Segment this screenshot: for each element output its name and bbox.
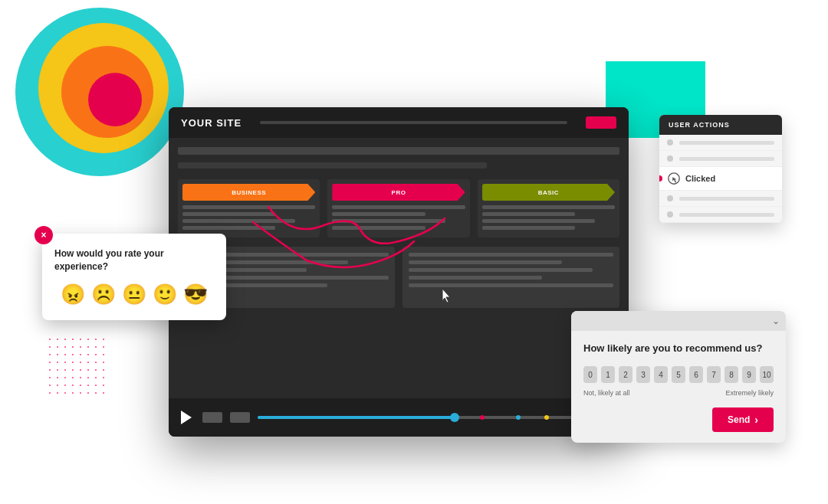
nps-widget: ⌄ How likely are you to recommend us? 0 … [571, 311, 786, 443]
nps-labels: Not, likely at all Extremely likely [583, 389, 774, 397]
skip-back-button[interactable] [202, 412, 222, 423]
action-dot-3 [667, 195, 673, 201]
action-dot-1 [667, 139, 673, 146]
action-dot-2 [667, 155, 673, 162]
nps-numbers: 0 1 2 3 4 5 6 7 8 9 10 [583, 366, 774, 383]
nps-body: How likely are you to recommend us? 0 1 … [571, 331, 786, 443]
action-item-2 [659, 151, 782, 167]
action-clicked-dot [659, 175, 662, 182]
pricing-card-pro[interactable]: PRO [327, 179, 469, 237]
rating-emoji-1[interactable]: 😠 [61, 283, 85, 306]
action-item-4 [659, 207, 782, 223]
skip-forward-button[interactable] [230, 412, 250, 423]
click-icon [667, 172, 681, 185]
rating-emoji-2[interactable]: ☹️ [91, 283, 116, 306]
nps-0[interactable]: 0 [583, 366, 597, 383]
nps-question: How likely are you to recommend us? [583, 342, 774, 355]
nps-5[interactable]: 5 [672, 366, 685, 383]
rating-emojis: 😠 ☹️ 😐 🙂 😎 [54, 283, 214, 306]
rating-widget: × How would you rate your experience? 😠 … [42, 234, 226, 320]
action-dot-4 [667, 211, 673, 218]
nps-10[interactable]: 10 [760, 366, 774, 383]
nps-label-right: Extremely likely [725, 389, 774, 397]
progress-fill [258, 416, 455, 419]
pricing-card-basic[interactable]: BASIC [478, 179, 619, 237]
browser-url-bar [260, 121, 567, 124]
chevron-down-icon[interactable]: ⌄ [772, 316, 780, 326]
marker-red [480, 415, 485, 420]
pricing-card-business[interactable]: BUSINESS [178, 179, 320, 237]
browser-titlebar: YOUR SITE [169, 107, 629, 138]
nav-bar-2 [178, 162, 487, 169]
browser-title: YOUR SITE [181, 117, 242, 129]
nps-1[interactable]: 1 [601, 366, 615, 383]
nav-bar-1 [178, 147, 619, 155]
rating-emoji-5[interactable]: 😎 [183, 283, 208, 306]
bottom-block-2 [402, 247, 619, 308]
play-button[interactable] [181, 411, 195, 424]
pricing-header-business: BUSINESS [182, 184, 315, 201]
clicked-text: Clicked [685, 174, 715, 183]
progress-indicator [450, 413, 459, 422]
bg-circle-red [88, 73, 142, 126]
action-line-3 [679, 197, 774, 201]
action-line-4 [679, 213, 774, 217]
action-item-1 [659, 135, 782, 151]
pricing-header-basic: BASIC [482, 184, 615, 201]
pricing-header-pro: PRO [332, 184, 465, 201]
nps-collapse-bar: ⌄ [571, 311, 786, 331]
rating-close-button[interactable]: × [34, 226, 53, 244]
action-line-1 [679, 141, 774, 145]
progress-bar[interactable] [258, 416, 616, 419]
send-arrow-icon: › [754, 414, 758, 426]
user-actions-header: USER ACTIONS [659, 115, 782, 135]
nps-2[interactable]: 2 [619, 366, 632, 383]
rating-question: How would you rate your experience? [54, 247, 214, 273]
video-controls [169, 398, 629, 437]
browser-action-button[interactable] [586, 116, 616, 129]
nps-4[interactable]: 4 [654, 366, 668, 383]
action-clicked-item: Clicked [659, 167, 782, 191]
browser-window: YOUR SITE BUSINESS PRO [169, 107, 629, 437]
browser-content: BUSINESS PRO BASIC [169, 138, 629, 317]
pricing-area: BUSINESS PRO BASIC [178, 179, 619, 237]
nps-send-button[interactable]: Send › [712, 407, 774, 432]
marker-blue [516, 415, 521, 420]
nps-3[interactable]: 3 [636, 366, 650, 383]
bottom-content [178, 247, 619, 308]
nps-7[interactable]: 7 [707, 366, 721, 383]
nps-label-left: Not, likely at all [583, 389, 630, 397]
nps-6[interactable]: 6 [689, 366, 703, 383]
action-item-3 [659, 191, 782, 207]
bg-dots [46, 335, 107, 397]
action-line-2 [679, 157, 774, 161]
user-actions-panel: USER ACTIONS Clicked [659, 115, 782, 223]
marker-yellow [544, 415, 549, 420]
rating-emoji-4[interactable]: 🙂 [153, 283, 177, 306]
rating-emoji-3[interactable]: 😐 [122, 283, 146, 306]
nps-8[interactable]: 8 [724, 366, 738, 383]
nps-9[interactable]: 9 [742, 366, 756, 383]
